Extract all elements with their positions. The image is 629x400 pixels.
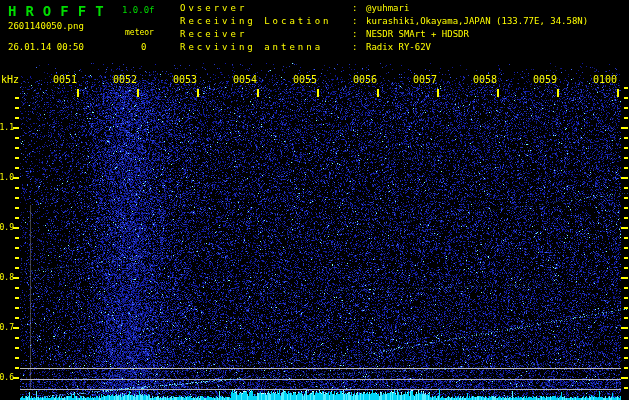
time-label: 0058 [473, 74, 497, 85]
freq-minor-tick [15, 187, 19, 189]
freq-label: 1.0 [0, 173, 14, 182]
time-tick [437, 89, 439, 97]
time-label: 0053 [173, 74, 197, 85]
meteor-counter-value: 0 [141, 42, 146, 52]
right-minor-tick [624, 157, 628, 159]
time-label: 0054 [233, 74, 257, 85]
time-label: 0051 [53, 74, 77, 85]
time-tick [197, 89, 199, 97]
info-separator: : [352, 2, 366, 15]
right-major-tick [621, 227, 628, 229]
app-title: HROFFT [8, 3, 113, 19]
freq-minor-tick [15, 97, 19, 99]
info-value: kurashiki,Okayama,JAPAN (133.77E, 34.58N… [366, 15, 588, 28]
freq-minor-tick [15, 137, 19, 139]
right-minor-tick [624, 167, 628, 169]
right-minor-tick [624, 247, 628, 249]
right-major-tick [621, 177, 628, 179]
freq-minor-tick [15, 107, 19, 109]
freq-minor-tick [15, 247, 19, 249]
axes-layer: 0051005200530054005500560057005800590100… [0, 0, 629, 400]
right-minor-tick [624, 137, 628, 139]
meteor-counter-label: meteor [125, 28, 154, 37]
freq-minor-tick [15, 267, 19, 269]
time-tick [257, 89, 259, 97]
right-minor-tick [624, 87, 628, 89]
freq-label: 0.9 [0, 223, 14, 232]
time-tick [497, 89, 499, 97]
time-tick [377, 89, 379, 97]
right-minor-tick [624, 257, 628, 259]
info-value: NESDR SMArt + HDSDR [366, 28, 469, 41]
right-minor-tick [624, 207, 628, 209]
freq-minor-tick [15, 337, 19, 339]
time-tick [557, 89, 559, 97]
freq-minor-tick [15, 217, 19, 219]
freq-label: 0.7 [0, 323, 14, 332]
right-minor-tick [624, 147, 628, 149]
freq-major-tick [13, 327, 19, 329]
right-minor-tick [624, 287, 628, 289]
freq-major-tick [13, 177, 19, 179]
freq-minor-tick [15, 367, 19, 369]
right-minor-tick [624, 297, 628, 299]
header-info-row: Receiver:NESDR SMArt + HDSDR [180, 28, 588, 41]
header-info-row: Receiving Location:kurashiki,Okayama,JAP… [180, 15, 588, 28]
right-major-tick [621, 127, 628, 129]
freq-minor-tick [15, 207, 19, 209]
info-label: Ovserver [180, 2, 352, 15]
time-label: 0059 [533, 74, 557, 85]
time-label: 0055 [293, 74, 317, 85]
time-tick [617, 89, 619, 97]
right-major-tick [621, 377, 628, 379]
observer-info-block: Ovserver:@yuhmariReceiving Location:kura… [180, 2, 588, 54]
freq-minor-tick [15, 117, 19, 119]
info-separator: : [352, 15, 366, 28]
time-label: 0052 [113, 74, 137, 85]
info-separator: : [352, 28, 366, 41]
freq-minor-tick [15, 167, 19, 169]
freq-minor-tick [15, 357, 19, 359]
app-version: 1.0.0f [122, 5, 155, 15]
freq-minor-tick [15, 287, 19, 289]
freq-major-tick [13, 377, 19, 379]
freq-minor-tick [15, 237, 19, 239]
freq-major-tick [13, 127, 19, 129]
right-minor-tick [624, 307, 628, 309]
right-minor-tick [624, 217, 628, 219]
right-minor-tick [624, 187, 628, 189]
freq-minor-tick [15, 157, 19, 159]
freq-minor-tick [15, 317, 19, 319]
info-label: Recviving antenna [180, 41, 352, 54]
time-label: 0100 [593, 74, 617, 85]
info-label: Receiver [180, 28, 352, 41]
freq-major-tick [13, 227, 19, 229]
header-info-row: Ovserver:@yuhmari [180, 2, 588, 15]
info-value: Radix RY-62V [366, 41, 431, 54]
freq-label: 0.6 [0, 373, 14, 382]
hrofft-window: HROFFT 1.0.0f 2601140050.png 26.01.14 00… [0, 0, 629, 400]
right-minor-tick [624, 237, 628, 239]
right-minor-tick [624, 197, 628, 199]
info-value: @yuhmari [366, 2, 409, 15]
info-label: Receiving Location [180, 15, 352, 28]
right-major-tick [621, 277, 628, 279]
right-minor-tick [624, 337, 628, 339]
time-label: 0057 [413, 74, 437, 85]
right-minor-tick [624, 347, 628, 349]
right-minor-tick [624, 97, 628, 99]
time-tick [317, 89, 319, 97]
datetime-label: 26.01.14 00:50 [8, 42, 84, 52]
freq-minor-tick [15, 347, 19, 349]
header-info-row: Recviving antenna:Radix RY-62V [180, 41, 588, 54]
freq-minor-tick [15, 147, 19, 149]
right-minor-tick [624, 267, 628, 269]
right-minor-tick [624, 367, 628, 369]
time-label: 0056 [353, 74, 377, 85]
freq-axis-unit: kHz [1, 74, 19, 85]
freq-label: 0.8 [0, 273, 14, 282]
freq-minor-tick [15, 297, 19, 299]
right-minor-tick [624, 107, 628, 109]
time-tick [77, 89, 79, 97]
right-minor-tick [624, 357, 628, 359]
